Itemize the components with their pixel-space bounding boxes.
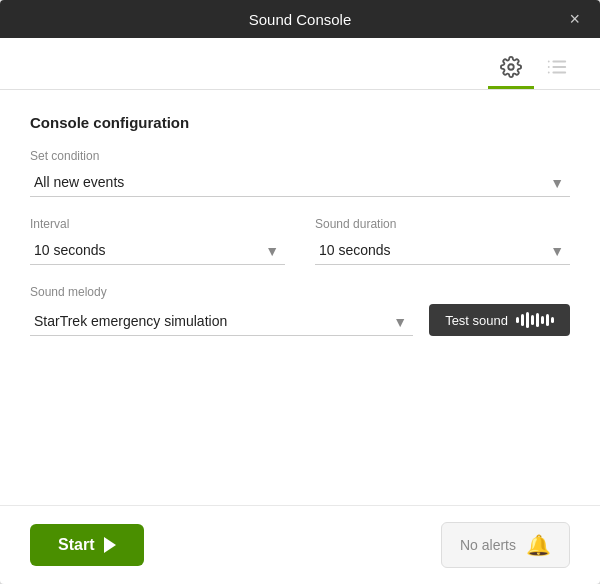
start-button[interactable]: Start (30, 524, 144, 566)
interval-label: Interval (30, 217, 285, 231)
melody-select-wrapper: StarTrek emergency simulation Classic al… (30, 307, 413, 336)
interval-group: Interval 5 seconds 10 seconds 30 seconds… (30, 217, 285, 265)
sound-melody-group: Sound melody StarTrek emergency simulati… (30, 285, 570, 336)
close-button[interactable]: × (563, 8, 586, 30)
no-alerts-button[interactable]: No alerts 🔔 (441, 522, 570, 568)
melody-row: StarTrek emergency simulation Classic al… (30, 304, 570, 336)
set-condition-group: Set condition All new events Critical al… (30, 149, 570, 197)
test-sound-label: Test sound (445, 313, 508, 328)
tab-list[interactable] (534, 48, 580, 89)
interval-select[interactable]: 5 seconds 10 seconds 30 seconds 1 minute (30, 236, 285, 265)
tabs-area (0, 38, 600, 90)
start-label: Start (58, 536, 94, 554)
sound-duration-select[interactable]: 5 seconds 10 seconds 30 seconds 1 minute (315, 236, 570, 265)
window-title: Sound Console (249, 11, 352, 28)
set-condition-label: Set condition (30, 149, 570, 163)
footer: Start No alerts 🔔 (0, 505, 600, 584)
play-icon (104, 537, 116, 553)
sound-duration-wrapper: 5 seconds 10 seconds 30 seconds 1 minute… (315, 236, 570, 265)
melody-select[interactable]: StarTrek emergency simulation Classic al… (30, 307, 413, 336)
tab-settings[interactable] (488, 48, 534, 89)
no-alerts-label: No alerts (460, 537, 516, 553)
set-condition-select[interactable]: All new events Critical alerts Warning a… (30, 168, 570, 197)
section-title: Console configuration (30, 114, 570, 131)
waveform-icon (516, 312, 554, 328)
sound-melody-label: Sound melody (30, 285, 570, 299)
sound-duration-group: Sound duration 5 seconds 10 seconds 30 s… (315, 217, 570, 265)
sound-console-window: Sound Console × Console configuration (0, 0, 600, 584)
interval-wrapper: 5 seconds 10 seconds 30 seconds 1 minute… (30, 236, 285, 265)
alert-person-icon: 🔔 (526, 533, 551, 557)
sound-duration-label: Sound duration (315, 217, 570, 231)
main-content: Console configuration Set condition All … (0, 90, 600, 505)
titlebar: Sound Console × (0, 0, 600, 38)
set-condition-wrapper: All new events Critical alerts Warning a… (30, 168, 570, 197)
test-sound-button[interactable]: Test sound (429, 304, 570, 336)
interval-duration-row: Interval 5 seconds 10 seconds 30 seconds… (30, 217, 570, 285)
svg-point-0 (508, 64, 514, 70)
